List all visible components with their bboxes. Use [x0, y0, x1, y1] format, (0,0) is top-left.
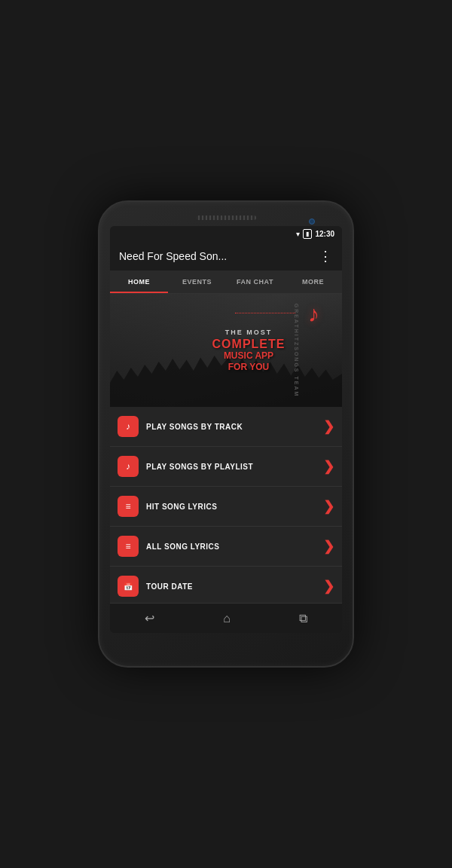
- menu-item-all-lyrics[interactable]: ≡ ALL SONG LYRICS ❯: [110, 527, 342, 567]
- status-icons: ▾ ▮ 12:30: [296, 229, 334, 239]
- play-playlist-icon: ♪: [118, 456, 139, 477]
- menu-item-play-by-track[interactable]: ♪ PLAY SONGS BY TRACK ❯: [110, 407, 342, 447]
- tour-date-arrow: ❯: [323, 578, 334, 594]
- home-button[interactable]: ⌂: [211, 607, 243, 630]
- tab-events[interactable]: EVENTS: [168, 270, 226, 293]
- tab-home[interactable]: HOME: [110, 270, 168, 293]
- play-track-icon: ♪: [118, 416, 139, 437]
- all-lyrics-icon: ≡: [118, 536, 139, 557]
- tab-bar: HOME EVENTS FAN CHAT MORE: [110, 270, 342, 294]
- status-time: 12:30: [315, 230, 334, 238]
- play-by-playlist-arrow: ❯: [323, 458, 334, 475]
- music-note-icon: ♪: [308, 301, 319, 327]
- dotted-line-right: [235, 313, 295, 313]
- all-lyrics-label: ALL SONG LYRICS: [146, 542, 323, 551]
- watermark: GREATHITZSONGS TEAM: [294, 304, 299, 398]
- battery-icon: ▮: [303, 229, 312, 239]
- tour-date-label: TOUR DATE: [146, 582, 323, 591]
- phone-speaker: [196, 215, 256, 220]
- play-by-track-arrow: ❯: [323, 418, 334, 435]
- hit-lyrics-icon: ≡: [118, 496, 139, 517]
- hero-text: THE MOST COMPLETE MUSIC APP FOR YOU: [167, 329, 286, 372]
- play-by-track-label: PLAY SONGS BY TRACK: [146, 423, 323, 431]
- app-bar: Need For Speed Son... ⋮: [110, 242, 342, 270]
- hero-title-complete: COMPLETE: [212, 338, 286, 351]
- menu-item-tour-date[interactable]: 📅 TOUR DATE ❯: [110, 567, 342, 607]
- play-by-playlist-label: PLAY SONGS BY PLAYLIST: [146, 463, 323, 471]
- content-area[interactable]: ♪ THE MOST COMPLETE MUSIC APP FOR YOU GR…: [110, 294, 342, 614]
- hit-lyrics-label: HIT SONG LYRICS: [146, 503, 323, 511]
- hero-subtitle: THE MOST: [212, 329, 286, 336]
- phone-screen: ▾ ▮ 12:30 Need For Speed Son... ⋮ HOME E…: [110, 226, 342, 633]
- phone-device: ▾ ▮ 12:30 Need For Speed Son... ⋮ HOME E…: [98, 200, 354, 668]
- hero-title-music-app: MUSIC APP: [212, 350, 286, 361]
- all-lyrics-arrow: ❯: [323, 538, 334, 555]
- hero-title-for-you: FOR YOU: [212, 362, 286, 372]
- recents-button[interactable]: ⧉: [287, 607, 319, 630]
- tab-fan-chat[interactable]: FAN CHAT: [226, 270, 284, 293]
- menu-item-play-by-playlist[interactable]: ♪ PLAY SONGS BY PLAYLIST ❯: [110, 447, 342, 487]
- phone-camera: [309, 219, 315, 225]
- app-title: Need For Speed Son...: [119, 250, 227, 262]
- status-bar: ▾ ▮ 12:30: [110, 226, 342, 242]
- tab-more[interactable]: MORE: [284, 270, 342, 293]
- back-button[interactable]: ↩: [133, 607, 166, 630]
- more-menu-button[interactable]: ⋮: [319, 248, 333, 264]
- hit-lyrics-arrow: ❯: [323, 498, 334, 515]
- menu-item-hit-lyrics[interactable]: ≡ HIT SONG LYRICS ❯: [110, 487, 342, 527]
- wifi-icon: ▾: [296, 230, 300, 238]
- tour-date-icon: 📅: [118, 576, 139, 597]
- bottom-nav-bar: ↩ ⌂ ⧉: [110, 603, 342, 633]
- hero-banner: ♪ THE MOST COMPLETE MUSIC APP FOR YOU GR…: [110, 294, 342, 407]
